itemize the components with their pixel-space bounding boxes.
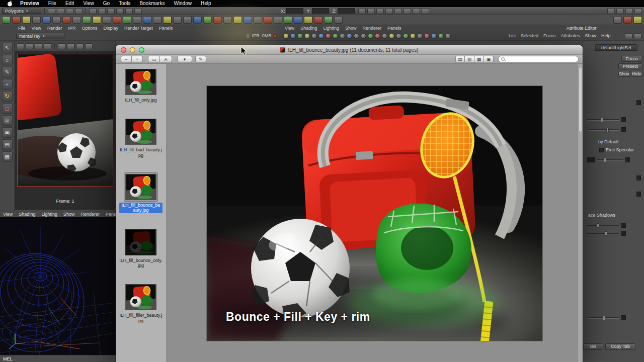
render-icon[interactable] — [340, 33, 345, 39]
search-input[interactable] — [507, 56, 576, 62]
rotate-tool-icon[interactable]: ↻ — [2, 91, 13, 102]
render-icon[interactable] — [410, 33, 416, 39]
minimize-button[interactable] — [130, 47, 135, 53]
status-icon[interactable] — [385, 8, 393, 14]
status-icon[interactable] — [48, 8, 55, 14]
persp-menu-lighting[interactable]: Lighting — [320, 25, 342, 32]
rv-menu-render-target[interactable]: Render Target — [121, 25, 156, 32]
ae-copy-tab-button[interactable]: Copy Tab — [605, 343, 635, 350]
shelf-icon[interactable] — [163, 16, 172, 24]
ipr-record-icon[interactable] — [273, 34, 277, 38]
shelf-icon[interactable] — [264, 16, 272, 24]
ae-dropdown[interactable] — [587, 157, 595, 162]
rv-menu-panels[interactable]: Panels — [156, 25, 176, 32]
render-icon[interactable] — [311, 33, 317, 39]
ae-spinner[interactable] — [625, 157, 630, 162]
menu-file[interactable]: File — [44, 0, 61, 7]
ae-menu-focus[interactable]: Focus — [541, 33, 558, 39]
shelf-icon[interactable] — [103, 16, 111, 24]
menu-window[interactable]: Window — [169, 0, 196, 7]
shelf-icon[interactable] — [123, 16, 131, 24]
zoom-in-button[interactable]: + — [132, 56, 143, 62]
shelf-icon[interactable] — [334, 16, 343, 24]
menu-view[interactable]: View — [78, 0, 99, 7]
layout-two-icon[interactable]: ▤ — [2, 139, 13, 150]
bv-menu-panels[interactable]: Panels — [103, 211, 116, 217]
render-view-icon[interactable] — [35, 43, 42, 49]
sidebar-thumbnail-item[interactable]: ILH_fill_bad_beauty.jpg — [119, 118, 163, 158]
shelf-icon[interactable] — [254, 16, 262, 24]
menu-bookmarks[interactable]: Bookmarks — [135, 0, 169, 7]
render-view-icon[interactable] — [17, 43, 24, 49]
render-icon[interactable] — [438, 33, 444, 39]
shelf-icon[interactable] — [274, 16, 282, 24]
render-view-icon[interactable] — [26, 43, 33, 49]
status-icon[interactable] — [75, 8, 83, 14]
render-icon[interactable] — [375, 33, 380, 39]
ae-menu-attributes[interactable]: Attributes — [558, 33, 583, 39]
renderer-dropdown[interactable]: mental ray▾ — [16, 33, 64, 39]
layout-single-icon[interactable]: ▣ — [2, 127, 13, 138]
shelf-icon[interactable] — [22, 16, 31, 24]
status-icon[interactable] — [125, 8, 133, 14]
status-icon[interactable] — [625, 8, 633, 14]
bv-menu-shading[interactable]: Shading — [16, 211, 38, 217]
render-icon[interactable] — [297, 33, 303, 39]
status-icon[interactable] — [616, 8, 624, 14]
view-mode-slideshow[interactable]: ▣ — [484, 56, 494, 62]
emit-specular-checkbox[interactable] — [599, 148, 604, 152]
shelf-icon[interactable] — [83, 16, 91, 24]
status-icon[interactable] — [376, 8, 384, 14]
shelf-icon[interactable] — [213, 16, 222, 24]
render-view-icon[interactable] — [76, 43, 84, 49]
shelf-icon[interactable] — [244, 16, 252, 24]
shelf-icon[interactable] — [623, 16, 632, 24]
persp-menu-view[interactable]: View — [282, 25, 297, 32]
persp-menu-show[interactable]: Show — [342, 25, 360, 32]
lasso-tool-icon[interactable]: ○ — [2, 55, 13, 65]
move-tool-icon[interactable]: + — [2, 79, 13, 89]
layout-four-icon[interactable]: ▦ — [2, 151, 13, 162]
ae-slider[interactable] — [587, 119, 619, 121]
bv-menu-renderer[interactable]: Renderer — [77, 211, 103, 217]
status-icon[interactable] — [404, 8, 411, 14]
ae-spinner[interactable] — [621, 223, 626, 228]
ae-spinner[interactable] — [636, 192, 641, 197]
render-icon[interactable] — [417, 33, 423, 39]
shelf-icon[interactable] — [304, 16, 312, 24]
shelf-tab-dropdown[interactable]: Polygons▾ — [2, 8, 41, 14]
status-icon[interactable] — [607, 8, 615, 14]
ae-spinner[interactable] — [621, 127, 626, 132]
menu-tools[interactable]: Tools — [114, 0, 135, 7]
shelf-icon[interactable] — [294, 16, 302, 24]
render-icon[interactable] — [304, 33, 310, 39]
ae-menu-help[interactable]: Help — [599, 33, 613, 39]
shelf-icon[interactable] — [223, 16, 232, 24]
render-view-icon[interactable] — [44, 43, 51, 49]
status-icon[interactable] — [116, 8, 124, 14]
status-icon[interactable] — [66, 8, 73, 14]
render-icon[interactable] — [347, 33, 352, 39]
sidebar-thumbnail-item[interactable]: ILH_fill_bounce_only.jpg — [119, 228, 163, 268]
sidebar-thumbnail-item-selected[interactable]: ILH_fill_bounce_beauty.jpg — [119, 173, 163, 213]
render-icon[interactable] — [368, 33, 373, 39]
shelf-icon[interactable] — [193, 16, 202, 24]
ipr-pause-icon[interactable]: || — [247, 33, 250, 38]
shelf-icon[interactable] — [52, 16, 61, 24]
sidebar-thumbnail-item[interactable]: ILH_fill_filler_beauty.jpg — [119, 283, 163, 323]
rv-menu-ipr[interactable]: IPR — [65, 25, 78, 32]
status-icon[interactable] — [367, 8, 375, 14]
render-icon[interactable] — [283, 33, 289, 39]
ae-spinner[interactable] — [621, 231, 626, 236]
coord-x-field[interactable] — [286, 8, 303, 14]
ae-slider[interactable] — [587, 225, 619, 226]
move-tool-button[interactable]: ▭ — [148, 56, 160, 62]
bv-menu-lighting[interactable]: Lighting — [38, 211, 60, 217]
ae-show-button[interactable]: Show — [618, 71, 630, 77]
close-button[interactable] — [121, 47, 126, 53]
status-icon[interactable] — [89, 8, 97, 14]
status-icon[interactable] — [57, 8, 64, 14]
select-tool-icon[interactable]: ↖ — [2, 43, 13, 53]
menu-go[interactable]: Go — [99, 0, 114, 7]
scale-tool-icon[interactable]: □ — [2, 103, 13, 114]
